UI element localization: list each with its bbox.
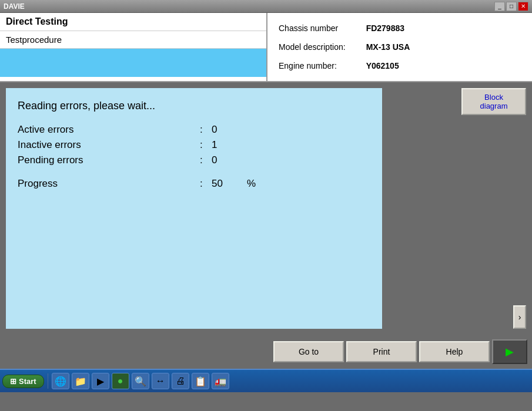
header-right: Chassis number FD279883 Model descriptio… [267,13,532,81]
chassis-label: Chassis number [276,19,354,38]
inactive-errors-label: Inactive errors [18,139,200,151]
taskbar-davie-icon[interactable]: 📋 [192,373,209,389]
taskbar-network-icon[interactable]: ↔ [152,373,169,389]
start-label: Start [19,377,36,386]
taskbar-explorer-icon[interactable]: 📁 [72,373,89,389]
taskbar-ie-icon[interactable]: 🌐 [52,373,69,389]
title-bar: DAVIE _ □ ✕ [0,0,532,13]
minimize-button[interactable]: _ [494,2,505,11]
active-errors-value: 0 [212,124,217,136]
reading-status-text: Reading errors, please wait... [18,100,370,112]
progress-row: Progress : 50 % [18,178,370,190]
right-panel: Block diagram › [388,88,526,329]
bottom-toolbar: Go to Print Help ▶ [0,335,532,369]
active-errors-row: Active errors : 0 [18,124,370,136]
taskbar-separator [48,373,48,389]
start-button[interactable]: ⊞ Start [2,375,44,388]
maximize-button[interactable]: □ [506,2,517,11]
progress-value: 50 [212,178,247,190]
next-button[interactable]: ▶ [492,339,527,364]
start-icon: ⊞ [10,377,16,386]
taskbar-truck-icon[interactable]: 🚛 [212,373,229,389]
testprocedure-label: Testprocedure [0,31,266,49]
progress-label: Progress [18,178,200,190]
print-button[interactable]: Print [346,341,417,362]
header-left: Direct Testing Testprocedure [0,13,267,81]
inactive-errors-value: 1 [212,139,217,151]
model-value: MX-13 USA [354,38,413,56]
pending-errors-label: Pending errors [18,154,200,166]
help-button[interactable]: Help [419,341,490,362]
header-area: Direct Testing Testprocedure Chassis num… [0,13,532,82]
inactive-errors-row: Inactive errors : 1 [18,139,370,151]
model-label: Model description: [276,38,354,56]
taskbar-search-icon[interactable]: 🔍 [132,373,149,389]
progress-unit: % [247,178,256,190]
taskbar-media-icon[interactable]: ▶ [92,373,109,389]
engine-label: Engine number: [276,56,354,75]
block-diagram-button[interactable]: Block diagram [461,88,526,115]
progress-colon: : [200,178,212,190]
pending-errors-colon: : [200,154,212,166]
taskbar-print-icon[interactable]: 🖨 [172,373,189,389]
error-table: Active errors : 0 Inactive errors : 1 Pe… [18,124,370,190]
engine-value: Y062105 [354,56,413,75]
taskbar-chrome-icon[interactable]: ● [112,373,129,389]
goto-button[interactable]: Go to [273,341,344,362]
close-button[interactable]: ✕ [518,2,528,11]
chassis-value: FD279883 [354,19,413,38]
inactive-errors-colon: : [200,139,212,151]
active-errors-colon: : [200,124,212,136]
title-bar-controls: _ □ ✕ [494,2,528,11]
taskbar: ⊞ Start 🌐 📁 ▶ ● 🔍 ↔ 🖨 📋 🚛 [0,369,532,392]
pending-errors-row: Pending errors : 0 [18,154,370,166]
reading-panel: Reading errors, please wait... Active er… [6,88,382,329]
scroll-right-button[interactable]: › [513,305,526,329]
main-area: Reading errors, please wait... Active er… [0,82,532,335]
active-errors-label: Active errors [18,124,200,136]
direct-testing-label: Direct Testing [0,13,266,31]
pending-errors-value: 0 [212,154,217,166]
title-bar-text: DAVIE [4,2,25,11]
header-blue-area [0,49,266,77]
